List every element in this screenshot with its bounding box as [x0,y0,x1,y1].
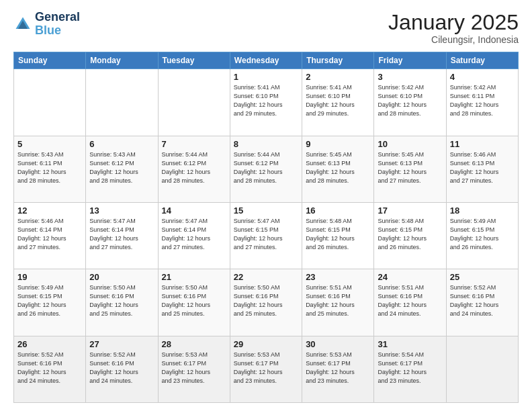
calendar-cell: 27Sunrise: 5:52 AM Sunset: 6:16 PM Dayli… [86,336,158,402]
day-number: 13 [89,205,154,216]
day-number: 2 [306,72,370,82]
day-info: Sunrise: 5:47 AM Sunset: 6:14 PM Dayligh… [162,217,226,252]
main-title: January 2025 [388,11,519,34]
day-header-thursday: Thursday [302,52,374,69]
calendar-cell: 9Sunrise: 5:45 AM Sunset: 6:13 PM Daylig… [302,136,374,202]
calendar-cell: 22Sunrise: 5:50 AM Sunset: 6:16 PM Dayli… [230,269,302,336]
day-header-sunday: Sunday [14,52,86,69]
day-number: 17 [378,205,442,216]
day-info: Sunrise: 5:42 AM Sunset: 6:10 PM Dayligh… [378,83,442,118]
calendar: SundayMondayTuesdayWednesdayThursdayFrid… [13,52,519,403]
calendar-cell: 26Sunrise: 5:52 AM Sunset: 6:16 PM Dayli… [14,336,86,402]
day-info: Sunrise: 5:43 AM Sunset: 6:12 PM Dayligh… [89,150,154,185]
day-number: 9 [306,139,370,149]
day-number: 10 [378,139,442,149]
calendar-cell: 5Sunrise: 5:43 AM Sunset: 6:11 PM Daylig… [14,136,86,202]
day-header-wednesday: Wednesday [230,52,302,69]
day-info: Sunrise: 5:49 AM Sunset: 6:15 PM Dayligh… [17,283,82,318]
calendar-cell [86,69,158,136]
day-number: 31 [378,339,442,349]
calendar-cell: 18Sunrise: 5:49 AM Sunset: 6:15 PM Dayli… [446,202,518,269]
calendar-cell: 3Sunrise: 5:42 AM Sunset: 6:10 PM Daylig… [374,69,446,136]
calendar-cell [446,336,518,402]
calendar-header-row: SundayMondayTuesdayWednesdayThursdayFrid… [14,52,519,69]
day-number: 25 [450,272,515,282]
day-info: Sunrise: 5:44 AM Sunset: 6:12 PM Dayligh… [234,150,298,185]
day-number: 14 [162,205,226,216]
calendar-cell: 23Sunrise: 5:51 AM Sunset: 6:16 PM Dayli… [302,269,374,336]
day-info: Sunrise: 5:52 AM Sunset: 6:16 PM Dayligh… [17,351,82,385]
calendar-cell: 4Sunrise: 5:42 AM Sunset: 6:11 PM Daylig… [446,69,518,136]
day-number: 11 [450,139,515,149]
day-info: Sunrise: 5:53 AM Sunset: 6:17 PM Dayligh… [306,351,370,385]
day-number: 27 [89,339,154,349]
calendar-cell: 12Sunrise: 5:46 AM Sunset: 6:14 PM Dayli… [14,202,86,269]
calendar-cell: 1Sunrise: 5:41 AM Sunset: 6:10 PM Daylig… [230,69,302,136]
calendar-cell: 7Sunrise: 5:44 AM Sunset: 6:12 PM Daylig… [158,136,230,202]
day-number: 3 [378,72,442,82]
calendar-cell: 29Sunrise: 5:53 AM Sunset: 6:17 PM Dayli… [230,336,302,402]
day-info: Sunrise: 5:41 AM Sunset: 6:10 PM Dayligh… [234,83,298,118]
day-number: 5 [17,139,82,149]
day-info: Sunrise: 5:50 AM Sunset: 6:16 PM Dayligh… [162,283,226,318]
calendar-cell [158,69,230,136]
day-number: 29 [234,339,298,349]
logo: General Blue [13,11,80,38]
day-number: 24 [378,272,442,282]
day-number: 18 [450,205,515,216]
calendar-cell: 8Sunrise: 5:44 AM Sunset: 6:12 PM Daylig… [230,136,302,202]
header: General Blue January 2025 Cileungsir, In… [13,11,519,45]
day-info: Sunrise: 5:51 AM Sunset: 6:16 PM Dayligh… [306,283,370,318]
day-number: 8 [234,139,298,149]
day-number: 16 [306,205,370,216]
calendar-cell: 6Sunrise: 5:43 AM Sunset: 6:12 PM Daylig… [86,136,158,202]
calendar-week-1: 1Sunrise: 5:41 AM Sunset: 6:10 PM Daylig… [14,69,519,136]
subtitle: Cileungsir, Indonesia [388,34,519,45]
day-info: Sunrise: 5:48 AM Sunset: 6:15 PM Dayligh… [306,217,370,252]
day-number: 4 [450,72,515,82]
day-info: Sunrise: 5:46 AM Sunset: 6:14 PM Dayligh… [17,217,82,252]
calendar-cell: 14Sunrise: 5:47 AM Sunset: 6:14 PM Dayli… [158,202,230,269]
day-info: Sunrise: 5:53 AM Sunset: 6:17 PM Dayligh… [162,351,226,385]
day-number: 23 [306,272,370,282]
day-number: 22 [234,272,298,282]
day-number: 26 [17,339,82,349]
calendar-cell: 31Sunrise: 5:54 AM Sunset: 6:17 PM Dayli… [374,336,446,402]
calendar-cell: 25Sunrise: 5:52 AM Sunset: 6:16 PM Dayli… [446,269,518,336]
calendar-cell: 10Sunrise: 5:45 AM Sunset: 6:13 PM Dayli… [374,136,446,202]
day-info: Sunrise: 5:45 AM Sunset: 6:13 PM Dayligh… [306,150,370,185]
calendar-cell: 20Sunrise: 5:50 AM Sunset: 6:16 PM Dayli… [86,269,158,336]
day-number: 21 [162,272,226,282]
day-header-saturday: Saturday [446,52,518,69]
day-number: 30 [306,339,370,349]
day-info: Sunrise: 5:49 AM Sunset: 6:15 PM Dayligh… [450,217,515,252]
calendar-week-5: 26Sunrise: 5:52 AM Sunset: 6:16 PM Dayli… [14,336,519,402]
calendar-cell: 16Sunrise: 5:48 AM Sunset: 6:15 PM Dayli… [302,202,374,269]
calendar-cell: 28Sunrise: 5:53 AM Sunset: 6:17 PM Dayli… [158,336,230,402]
day-info: Sunrise: 5:52 AM Sunset: 6:16 PM Dayligh… [89,351,154,385]
day-number: 19 [17,272,82,282]
calendar-cell: 24Sunrise: 5:51 AM Sunset: 6:16 PM Dayli… [374,269,446,336]
day-info: Sunrise: 5:41 AM Sunset: 6:10 PM Dayligh… [306,83,370,118]
calendar-cell: 13Sunrise: 5:47 AM Sunset: 6:14 PM Dayli… [86,202,158,269]
day-info: Sunrise: 5:47 AM Sunset: 6:14 PM Dayligh… [89,217,154,252]
day-number: 15 [234,205,298,216]
calendar-cell: 11Sunrise: 5:46 AM Sunset: 6:13 PM Dayli… [446,136,518,202]
day-info: Sunrise: 5:50 AM Sunset: 6:16 PM Dayligh… [234,283,298,318]
day-info: Sunrise: 5:42 AM Sunset: 6:11 PM Dayligh… [450,83,515,118]
calendar-cell: 30Sunrise: 5:53 AM Sunset: 6:17 PM Dayli… [302,336,374,402]
calendar-cell: 15Sunrise: 5:47 AM Sunset: 6:15 PM Dayli… [230,202,302,269]
calendar-week-3: 12Sunrise: 5:46 AM Sunset: 6:14 PM Dayli… [14,202,519,269]
calendar-week-2: 5Sunrise: 5:43 AM Sunset: 6:11 PM Daylig… [14,136,519,202]
day-info: Sunrise: 5:50 AM Sunset: 6:16 PM Dayligh… [89,283,154,318]
day-info: Sunrise: 5:48 AM Sunset: 6:15 PM Dayligh… [378,217,442,252]
day-info: Sunrise: 5:52 AM Sunset: 6:16 PM Dayligh… [450,283,515,318]
page: General Blue January 2025 Cileungsir, In… [0,0,532,411]
day-info: Sunrise: 5:46 AM Sunset: 6:13 PM Dayligh… [450,150,515,185]
day-header-friday: Friday [374,52,446,69]
day-number: 1 [234,72,298,82]
title-block: January 2025 Cileungsir, Indonesia [388,11,519,45]
logo-icon [13,15,32,34]
day-number: 20 [89,272,154,282]
calendar-cell [14,69,86,136]
